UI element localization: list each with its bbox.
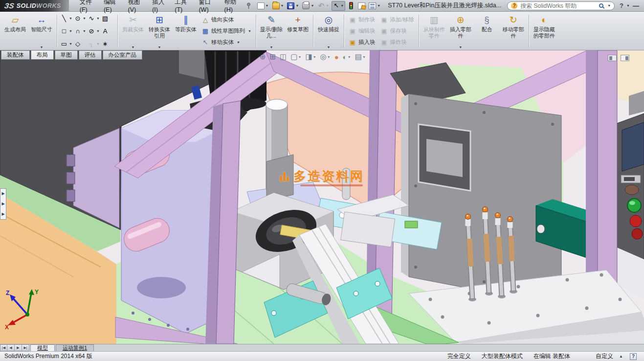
collapse-left-pane-icon[interactable] [608,55,617,61]
expand-arrow-icon[interactable]: ▶ [1,212,4,216]
quick-snaps-dropdown-icon[interactable]: ▼ [327,45,330,49]
arc-dropdown-icon[interactable]: ▼ [83,29,86,33]
mate-button[interactable]: §配合 [474,13,500,49]
select-tool-dropdown-icon[interactable]: ▼ [340,4,344,7]
tab-sketch[interactable]: 草图 [55,50,78,60]
insert-block-button[interactable]: ▣插入块 [347,38,377,47]
help-button[interactable]: ? [620,2,623,9]
linear-sketch-pattern-button[interactable]: ▦线性草图阵列▼ [200,26,253,36]
view-orientation-icon[interactable]: ▢▼ [290,52,301,61]
open-document-dropdown-icon[interactable]: ▼ [281,4,284,7]
status-custom-toolbar[interactable]: 自定义 [596,352,613,361]
spline-button[interactable]: ∿▼ [88,15,101,22]
tab-model[interactable]: 模型 [30,344,55,351]
graphics-viewport[interactable]: 装配体布局草图评估办公室产品 ⊕⊞◫▢▼◨▼◎▼●◐▼▤▼ ▶ ▶ ▶ 多造资料… [0,50,644,344]
undo-dropdown-icon[interactable]: ▼ [326,4,329,7]
study-nav-3[interactable]: ▶| [22,344,29,351]
apply-scene-icon[interactable]: ◐▼ [343,53,351,61]
new-document-button[interactable]: ▼ [256,1,270,10]
polygon-button[interactable]: ◇ [74,40,87,47]
save-document-dropdown-icon[interactable]: ▼ [295,4,299,7]
display-style-icon[interactable]: ◨▼ [305,52,316,61]
hide-show-items-icon-dropdown[interactable]: ▼ [327,55,331,59]
study-nav-0[interactable]: |◀ [0,344,7,351]
line-button[interactable]: ╲▼ [60,15,73,22]
rebuild-button[interactable] [347,1,355,10]
help-dropdown-icon[interactable]: ▼ [626,4,630,7]
collapse-right-pane-icon[interactable] [621,55,629,61]
expand-arrow-icon[interactable]: ▶ [1,192,4,196]
trim-entities-dropdown-icon[interactable]: ▼ [132,45,135,49]
menu-edit[interactable]: 编辑(E) [99,0,123,15]
menu-file[interactable]: 文件(F) [75,0,99,15]
mirror-entities-button[interactable]: △镜向实体 [200,15,253,24]
tab-office-products[interactable]: 办公室产品 [103,50,143,60]
edit-appearance-icon[interactable]: ● [334,53,339,61]
display-delete-relations-button[interactable]: ✎显示/删除几...▼ [258,13,285,49]
fillet-dropdown-icon[interactable]: ▼ [96,42,100,45]
feature-tree-collapsed-panel[interactable]: ▶ ▶ ▶ [0,188,6,220]
menu-view[interactable]: 视图(V) [123,0,148,15]
status-help-icon[interactable]: ? [630,353,637,360]
arc-button[interactable]: ∩▼ [74,27,87,35]
tab-motion-study-1[interactable]: 运动算例1 [56,344,94,351]
options-dropdown-icon[interactable]: ▼ [377,4,380,7]
circle-button[interactable]: ⊙▼ [74,15,87,22]
tab-evaluate[interactable]: 评估 [79,50,102,60]
line-dropdown-icon[interactable]: ▼ [69,17,72,20]
smart-dimension-button[interactable]: ↔智能尺寸▼ [28,13,55,49]
search-dropdown-icon[interactable]: ▼ [607,4,611,7]
select-tool-button[interactable]: ↖▼ [332,1,345,11]
view-settings-icon[interactable]: ▤▼ [355,52,366,61]
status-expand-icon[interactable]: ▲ [619,354,623,359]
study-nav-2[interactable]: ▶ [15,344,22,351]
selection-box-button[interactable]: ▧ [101,15,114,22]
display-delete-relations-dropdown-icon[interactable]: ▼ [269,45,273,49]
window-minimize-button[interactable]: — [633,2,639,9]
quick-snaps-button[interactable]: ◎快速捕捉▼ [315,13,342,49]
zoom-fit-icon[interactable]: ⊕ [260,52,266,61]
open-document-button[interactable]: ▼ [271,1,285,10]
display-style-icon-dropdown[interactable]: ▼ [313,55,316,59]
tab-assembly[interactable]: 装配体 [1,50,30,60]
print-document-button[interactable]: ▼ [301,1,315,10]
circle-dropdown-icon[interactable]: ▼ [83,17,86,20]
view-orientation-icon-dropdown[interactable]: ▼ [298,55,302,59]
save-document-button[interactable]: ▼ [286,1,300,10]
rectangle-button[interactable]: □▼ [60,27,73,35]
convert-entities-button[interactable]: ⊞转换实体引用▼ [146,13,173,49]
undo-button[interactable]: ↶▼ [316,1,330,10]
options-button[interactable]: ▼ [368,1,381,10]
menu-window[interactable]: 窗口(W) [194,0,219,15]
study-nav-1[interactable]: ◀ [7,344,15,351]
hide-show-items-icon[interactable]: ◎▼ [320,52,331,61]
expand-arrow-icon[interactable]: ▶ [1,202,4,206]
search-input[interactable] [520,2,596,9]
linear-sketch-pattern-dropdown-icon[interactable]: ▼ [248,29,251,33]
menu-help[interactable]: 帮助(H) [220,0,244,15]
insert-components-dropdown-icon[interactable]: ▼ [459,45,462,49]
convert-entities-dropdown-icon[interactable]: ▼ [158,45,161,49]
move-entities-dropdown-icon[interactable]: ▼ [237,41,240,44]
slot-dropdown-icon[interactable]: ▼ [69,42,72,45]
search-box[interactable]: ? ▼ [507,1,615,10]
show-hidden-components-button[interactable]: ◐显示隐藏的零部件 [531,13,557,49]
move-component-button[interactable]: ↻移动零部件 [500,13,527,49]
zoom-area-icon[interactable]: ⊞ [270,52,276,61]
spline-dropdown-icon[interactable]: ▼ [96,17,100,20]
pin-menu-icon[interactable] [246,2,251,9]
file-properties-button[interactable] [357,1,366,10]
print-document-dropdown-icon[interactable]: ▼ [311,4,314,7]
ellipse-dropdown-icon[interactable]: ▼ [96,29,100,33]
repair-sketch-button[interactable]: +修复草图 [285,13,311,49]
ellipse-button[interactable]: ⊘▼ [88,27,101,35]
slot-button[interactable]: ▭▼ [60,40,73,47]
tab-layout[interactable]: 布局 [31,50,54,60]
apply-scene-icon-dropdown[interactable]: ▼ [348,55,351,59]
new-document-dropdown-icon[interactable]: ▼ [266,4,269,7]
point-button[interactable]: ∗ [101,40,114,47]
rectangle-dropdown-icon[interactable]: ▼ [69,29,72,33]
view-settings-icon-dropdown[interactable]: ▼ [362,55,366,59]
create-layout-button[interactable]: ▱生成布局 [2,13,28,49]
smart-dimension-dropdown-icon[interactable]: ▼ [40,45,44,49]
